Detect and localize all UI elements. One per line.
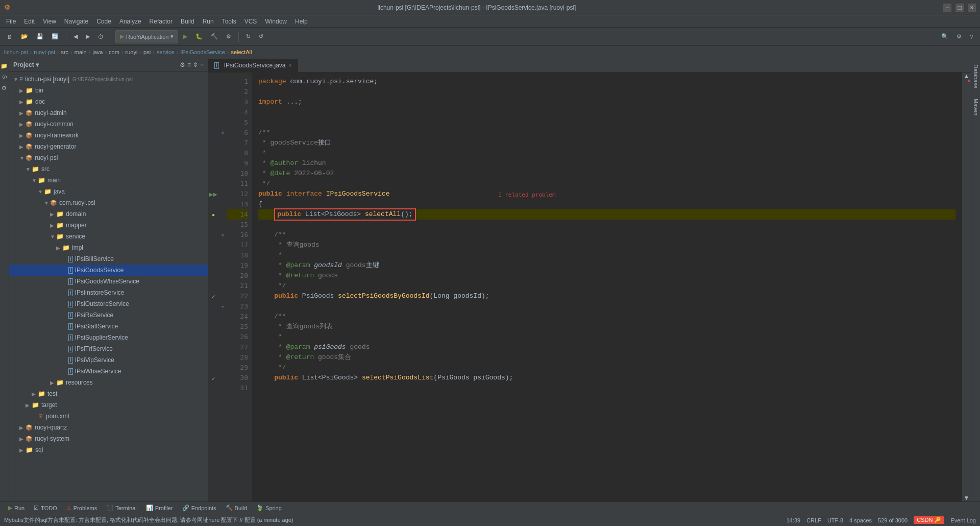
bottom-tab-endpoints[interactable]: 🔗 Endpoints [178, 503, 220, 514]
panel-settings-btn[interactable]: ⚙ [180, 61, 185, 68]
debug-button[interactable]: 🐛 [192, 30, 206, 43]
recent-button[interactable]: ⏱ [95, 30, 107, 43]
tree-item-bill-service[interactable]: I IPsiBillService [9, 253, 208, 265]
breadcrumb-item-3[interactable]: main [75, 49, 87, 55]
panel-layout-btn[interactable]: ≡ [187, 61, 191, 68]
menu-view[interactable]: View [39, 17, 60, 26]
left-icon-2[interactable]: S [0, 73, 10, 81]
sync-button[interactable]: 🔄 [48, 30, 62, 43]
settings-button[interactable]: ⚙ [953, 30, 965, 43]
forward-button[interactable]: ▶ [83, 30, 93, 43]
run-button[interactable]: ▶ [180, 30, 190, 43]
database-tab[interactable]: Database [972, 60, 980, 92]
bottom-tab-terminal[interactable]: ⬛ Terminal [102, 503, 141, 514]
menu-vcs[interactable]: VCS [240, 17, 261, 26]
menu-window[interactable]: Window [261, 17, 291, 26]
breadcrumb-item-1[interactable]: ruoyi-psi [34, 49, 55, 55]
tree-item-target[interactable]: ▶ 📁 target [9, 399, 208, 411]
scrollbar-track[interactable] [962, 80, 971, 494]
open-button[interactable]: 📂 [18, 30, 31, 43]
tree-item-domain[interactable]: ▶ 📁 domain [9, 208, 208, 220]
tree-item-src[interactable]: ▼ 📁 src [9, 163, 208, 175]
tree-item-main[interactable]: ▼ 📁 main [9, 175, 208, 186]
breadcrumb-item-8[interactable]: service [157, 49, 175, 55]
tree-item-doc[interactable]: ▶ 📁 doc [9, 96, 208, 107]
scroll-up-btn[interactable]: ▲ [962, 73, 971, 80]
code-editor[interactable]: package com.ruoyi.psi.service; import ..… [252, 73, 962, 501]
status-indent[interactable]: 4 spaces [849, 517, 872, 523]
tree-item-quartz[interactable]: ▶ 📦 ruoyi-quartz [9, 422, 208, 433]
bottom-tab-profiler[interactable]: 📊 Profiler [142, 503, 177, 514]
tree-item-ruoyi-admin[interactable]: ▶ 📦 ruoyi-admin [9, 107, 208, 118]
tree-item-test[interactable]: ▶ 📁 test [9, 388, 208, 399]
make-button[interactable]: ⚙ [223, 30, 234, 43]
tree-item-bin[interactable]: ▶ 📁 bin [9, 85, 208, 96]
fold-6[interactable]: ▾ [218, 128, 227, 138]
breadcrumb-item-0[interactable]: lichun-psi [4, 49, 28, 55]
gutter-arrow-30[interactable]: ↙ [208, 373, 218, 383]
menu-file[interactable]: File [2, 17, 20, 26]
tab-close-button[interactable]: × [289, 63, 292, 68]
breadcrumb-item-7[interactable]: psi [143, 49, 151, 55]
menu-run[interactable]: Run [199, 17, 218, 26]
tree-item-ruoyi-common[interactable]: ▶ 📦 ruoyi-common [9, 118, 208, 130]
maximize-button[interactable]: □ [955, 4, 964, 12]
tree-item-pom[interactable]: 🗎 pom.xml [9, 411, 208, 422]
close-button[interactable]: × [968, 4, 976, 12]
fold-16[interactable]: ▾ [218, 230, 227, 240]
menu-analyze[interactable]: Analyze [115, 17, 145, 26]
status-line-ending[interactable]: CRLF [806, 517, 821, 523]
gutter-run-12[interactable]: ▶▶ [208, 189, 218, 199]
bottom-tab-spring[interactable]: 🍃 Spring [252, 503, 286, 514]
tree-item-system[interactable]: ▶ 📦 ruoyi-system [9, 433, 208, 444]
back-button[interactable]: ◀ [70, 30, 81, 43]
fold-24[interactable]: ▾ [218, 301, 227, 312]
rollback-button[interactable]: ↺ [256, 30, 266, 43]
breadcrumb-item-4[interactable]: java [92, 49, 103, 55]
tree-item-package[interactable]: ▼ 📦 com.ruoyi.psi [9, 197, 208, 208]
minimize-button[interactable]: − [943, 4, 951, 12]
tree-item-sql[interactable]: ▶ 📁 sql [9, 444, 208, 456]
menu-build[interactable]: Build [177, 17, 199, 26]
scroll-down-btn[interactable]: ▼ [962, 494, 971, 501]
help-button[interactable]: ? [967, 30, 976, 43]
breadcrumb-item-2[interactable]: src [61, 49, 68, 55]
tree-item-ruoyi-psi[interactable]: ▼ 📦 ruoyi-psi [9, 152, 208, 163]
tree-item-whse2[interactable]: I IPsiWhseService [9, 366, 208, 377]
new-file-button[interactable]: 🗎 [4, 30, 16, 43]
bottom-tab-problems[interactable]: ⚠ Problems [62, 503, 101, 514]
tree-item-resources[interactable]: ▶ 📁 resources [9, 377, 208, 388]
tree-item-supplier[interactable]: I IPsiSupplierService [9, 332, 208, 343]
tree-item-ruoyi-generator[interactable]: ▶ 📦 ruoyi-generator [9, 141, 208, 152]
menu-tools[interactable]: Tools [218, 17, 240, 26]
tree-item-vip[interactable]: I IPsiVipService [9, 354, 208, 366]
tree-item-re-service[interactable]: I IPsiReService [9, 309, 208, 321]
status-encoding[interactable]: UTF-8 [827, 517, 843, 523]
maven-tab[interactable]: Maven [972, 94, 980, 119]
breadcrumb-item-9[interactable]: IPsiGoodsService [180, 49, 225, 55]
tree-item-ruoyi-framework[interactable]: ▶ 📦 ruoyi-framework [9, 130, 208, 141]
tree-item-staff[interactable]: I IPsiStaffService [9, 321, 208, 332]
update-project-button[interactable]: ↻ [243, 30, 254, 43]
tree-item-trf[interactable]: I IPsiTrfService [9, 343, 208, 354]
menu-help[interactable]: Help [291, 17, 312, 26]
tree-item-goods-service[interactable]: I IPsiGoodsService [9, 265, 208, 276]
bottom-tab-build[interactable]: 🔨 Build [222, 503, 251, 514]
save-button[interactable]: 💾 [33, 30, 46, 43]
build-project-button[interactable]: 🔨 [208, 30, 221, 43]
breadcrumb-item-10[interactable]: selectAll [231, 49, 252, 55]
left-icon-1[interactable]: 📁 [0, 60, 10, 71]
menu-code[interactable]: Code [92, 17, 115, 26]
menu-navigate[interactable]: Navigate [60, 17, 92, 26]
breadcrumb-item-6[interactable]: ruoyi [126, 49, 138, 55]
left-icon-3[interactable]: ⚙ [0, 83, 10, 93]
editor-tab-active[interactable]: I IPsiGoodsService.java × [208, 59, 298, 72]
bottom-tab-todo[interactable]: ☑ TODO [30, 503, 61, 514]
tree-item-outstore[interactable]: I IPsiOutstoreService [9, 298, 208, 309]
tree-item-root[interactable]: ▼ P lichun-psi [ruoyi] G:\IDEAProjects\l… [9, 74, 208, 85]
event-log[interactable]: Event Log [950, 517, 976, 523]
search-everywhere-button[interactable]: 🔍 [938, 30, 951, 43]
status-message[interactable]: Mybatis文件的sql方言未配置: 方言未配置, 格式化和代码补全会出问题,… [4, 516, 293, 524]
tree-item-java[interactable]: ▼ 📁 java [9, 186, 208, 197]
run-config-dropdown[interactable]: ▶ RuoYiApplication ▾ [115, 30, 178, 43]
